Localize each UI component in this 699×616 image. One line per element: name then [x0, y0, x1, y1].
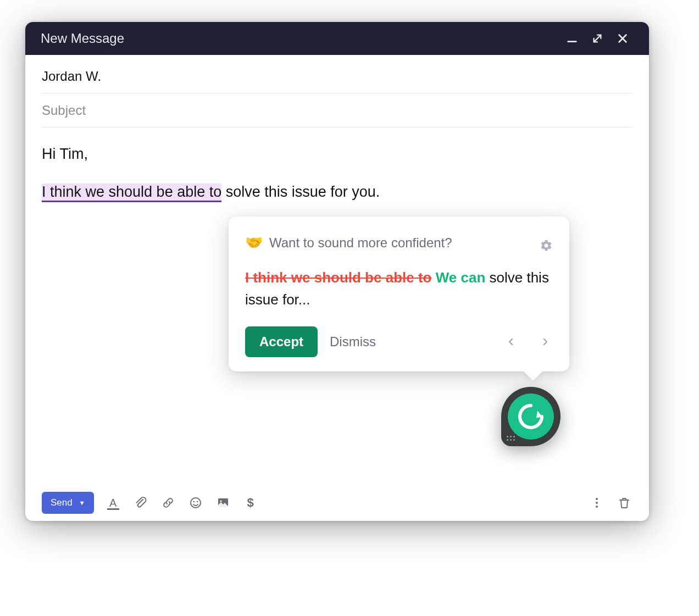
next-suggestion-button[interactable] [537, 334, 553, 349]
suggestion-title: Want to sound more confident? [269, 233, 540, 253]
sentence-rest: solve this issue for you. [221, 184, 380, 200]
chevron-left-icon [506, 337, 516, 347]
chevron-right-icon [540, 337, 550, 347]
close-icon [617, 32, 629, 45]
text-format-button[interactable]: A [105, 495, 121, 511]
send-button[interactable]: Send ▼ [42, 492, 94, 514]
send-dropdown-caret-icon: ▼ [79, 500, 85, 506]
compose-window: New Message Jordan W. Subject Hi Tim, I … [25, 22, 649, 521]
subject-placeholder: Subject [42, 103, 86, 118]
handshake-emoji: 🤝 [245, 232, 263, 253]
image-icon [217, 496, 230, 509]
trash-icon [618, 496, 631, 509]
minimize-icon [566, 32, 578, 45]
svg-point-5 [220, 500, 221, 502]
grammarly-badge[interactable] [501, 387, 561, 446]
expand-icon [591, 32, 603, 45]
suggestion-settings-button[interactable] [540, 236, 553, 249]
svg-point-3 [196, 501, 198, 503]
message-body[interactable]: Hi Tim, I think we should be able to sol… [25, 127, 649, 485]
dismiss-button[interactable]: Dismiss [330, 334, 376, 349]
header-fields: Jordan W. Subject [25, 55, 649, 127]
svg-point-6 [596, 498, 598, 500]
link-icon [162, 496, 175, 509]
highlighted-phrase[interactable]: I think we should be able to [42, 184, 221, 202]
suggestion-actions: Accept Dismiss [245, 326, 553, 357]
send-label: Send [51, 497, 73, 508]
dollar-icon: $ [247, 496, 253, 510]
suggestion-body: I think we should be able to We can solv… [245, 267, 553, 311]
prev-suggestion-button[interactable] [503, 334, 519, 349]
suggestion-header: 🤝 Want to sound more confident? [245, 232, 553, 253]
insert-link-button[interactable] [160, 495, 176, 511]
insert-money-button[interactable]: $ [242, 495, 259, 511]
text-format-icon: A [109, 497, 116, 508]
titlebar: New Message [25, 22, 649, 55]
more-vert-icon [590, 496, 603, 509]
subject-field[interactable]: Subject [42, 93, 633, 127]
svg-point-1 [191, 498, 201, 508]
more-options-button[interactable] [589, 495, 605, 511]
body-greeting: Hi Tim, [42, 143, 633, 165]
close-button[interactable] [612, 27, 634, 49]
suggestion-nav [503, 334, 553, 349]
window-title: New Message [41, 31, 558, 46]
svg-point-2 [193, 501, 195, 503]
card-tail [524, 362, 542, 381]
svg-point-7 [596, 502, 598, 504]
grammarly-icon [508, 393, 554, 440]
insert-image-button[interactable] [215, 495, 231, 511]
grammarly-suggestion-card: 🤝 Want to sound more confident? I think … [229, 217, 569, 371]
svg-point-8 [596, 506, 598, 508]
body-sentence: I think we should be able to solve this … [42, 181, 633, 203]
emoji-icon [189, 496, 202, 509]
accept-button[interactable]: Accept [245, 326, 318, 357]
gear-icon [540, 239, 553, 252]
suggestion-strike-text: I think we should be able to [245, 269, 431, 286]
to-field[interactable]: Jordan W. [42, 59, 633, 93]
drag-handle-icon [507, 436, 515, 441]
insert-emoji-button[interactable] [187, 495, 204, 511]
paperclip-icon [134, 496, 147, 509]
discard-button[interactable] [616, 495, 633, 511]
to-value: Jordan W. [42, 69, 101, 84]
attach-button[interactable] [132, 495, 149, 511]
compose-toolbar: Send ▼ A $ [25, 485, 649, 521]
minimize-button[interactable] [561, 27, 583, 49]
expand-button[interactable] [586, 27, 608, 49]
suggestion-replacement-text: We can [436, 269, 486, 286]
